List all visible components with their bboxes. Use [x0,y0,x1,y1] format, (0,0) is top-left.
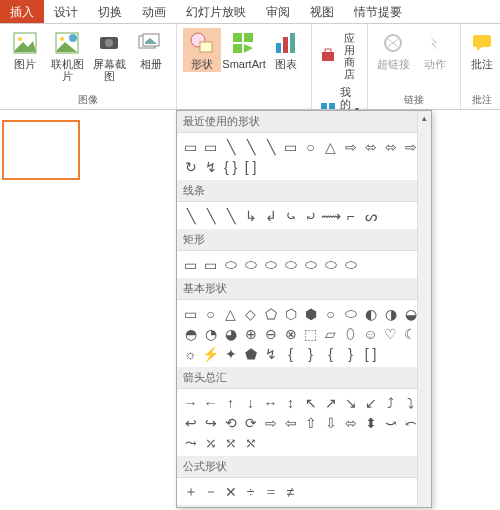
shape-option[interactable]: ⬭ [341,304,360,323]
shape-option[interactable]: ⬟ [241,344,260,363]
shape-option[interactable]: } [301,344,320,363]
shape-option[interactable]: ⤳ [181,433,200,452]
shape-option[interactable]: ⤰ [201,433,220,452]
shape-option[interactable]: ╲ [221,137,240,156]
shape-option[interactable]: ⬭ [221,255,240,274]
shape-option[interactable]: ⇨ [261,413,280,432]
shape-option[interactable]: ▭ [181,137,200,156]
shape-option[interactable]: ◇ [241,304,260,323]
shape-option[interactable]: ✦ [221,344,240,363]
shape-option[interactable]: ╲ [201,206,220,225]
shape-option[interactable]: ← [201,393,220,412]
shape-option[interactable]: ⬠ [261,304,280,323]
dropdown-scrollbar[interactable]: ▴ [417,111,431,507]
shape-option[interactable]: { } [221,157,240,176]
shape-option[interactable]: ↯ [201,157,220,176]
shape-option[interactable]: ⬡ [281,304,300,323]
shape-option[interactable]: [ ] [361,344,380,363]
shape-option[interactable]: ⬚ [301,324,320,343]
btn-screenshot[interactable]: 屏幕截图 [90,28,128,84]
shape-option[interactable]: ⇧ [301,413,320,432]
shape-option[interactable]: ⤱ [221,433,240,452]
shape-option[interactable]: ⚡ [201,344,220,363]
shape-option[interactable]: ⬄ [381,137,400,156]
shape-option[interactable]: ⟿ [321,206,340,225]
shape-option[interactable]: ◑ [381,304,400,323]
shape-option[interactable]: ↯ [261,344,280,363]
tab-view[interactable]: 视图 [300,0,344,23]
shape-option[interactable]: ▭ [201,255,220,274]
btn-online-picture[interactable]: 联机图片 [48,28,86,84]
shape-option[interactable]: ◕ [221,324,240,343]
shape-option[interactable]: ╲ [221,206,240,225]
shape-option[interactable]: ↪ [201,413,220,432]
shape-option[interactable]: ⤾ [301,206,320,225]
shape-option[interactable]: ▭ [201,137,220,156]
shape-option[interactable]: ♡ [381,324,400,343]
shape-option[interactable]: ↑ [221,393,240,412]
shape-option[interactable]: ÷ [241,482,260,501]
btn-chart[interactable]: 图表 [267,28,305,72]
shape-option[interactable]: ↕ [281,393,300,412]
shape-option[interactable]: ⬍ [361,413,380,432]
shape-option[interactable]: ⬄ [341,413,360,432]
shape-option[interactable]: ⊗ [281,324,300,343]
shape-option[interactable]: ○ [301,137,320,156]
shape-option[interactable]: ▱ [321,324,340,343]
shape-option[interactable]: ⬭ [321,255,340,274]
btn-comment[interactable]: 批注 [467,28,497,72]
shape-option[interactable]: ✕ [221,482,240,501]
shape-option[interactable]: { [321,344,340,363]
btn-store[interactable]: 应用商店 [316,28,363,82]
btn-album[interactable]: 相册 [132,28,170,84]
scroll-up-icon[interactable]: ▴ [418,111,431,125]
shape-option[interactable]: ⬭ [281,255,300,274]
tab-animation[interactable]: 动画 [132,0,176,23]
shape-option[interactable]: ⬄ [361,137,380,156]
shape-option[interactable]: ↔ [261,393,280,412]
shape-option[interactable]: ↓ [241,393,260,412]
shape-option[interactable]: ⤻ [381,413,400,432]
shape-option[interactable]: ⌐ [341,206,360,225]
shape-option[interactable]: [ ] [241,157,260,176]
shape-option[interactable]: ⬯ [341,324,360,343]
shape-option[interactable]: ⬭ [241,255,260,274]
shape-option[interactable]: ⟲ [221,413,240,432]
shape-option[interactable]: ⬢ [301,304,320,323]
shape-option[interactable]: △ [321,137,340,156]
shape-option[interactable]: ╲ [181,206,200,225]
shape-option[interactable]: ↖ [301,393,320,412]
tab-insert[interactable]: 插入 [0,0,44,23]
shape-option[interactable]: ↩ [181,413,200,432]
shape-option[interactable]: △ [221,304,240,323]
shape-option[interactable]: ⇨ [341,137,360,156]
shape-option[interactable]: ▭ [181,304,200,323]
shape-option[interactable]: ⟳ [241,413,260,432]
shape-option[interactable]: ↗ [321,393,340,412]
shape-option[interactable]: ≠ [281,482,300,501]
shape-option[interactable]: ◔ [201,324,220,343]
btn-action[interactable]: 动作 [416,28,454,72]
shape-option[interactable]: ᔕ [361,206,380,225]
shape-option[interactable]: ＝ [261,482,280,501]
shape-option[interactable]: － [201,482,220,501]
shape-option[interactable]: ⇩ [321,413,340,432]
shape-option[interactable]: ↙ [361,393,380,412]
tab-transition[interactable]: 切换 [88,0,132,23]
btn-hyperlink[interactable]: 超链接 [374,28,412,72]
tab-slideshow[interactable]: 幻灯片放映 [176,0,256,23]
shape-option[interactable]: ⬭ [301,255,320,274]
shape-option[interactable]: } [341,344,360,363]
shape-option[interactable]: { [281,344,300,363]
slide-thumbnail-selected[interactable] [2,120,80,180]
shape-option[interactable]: ＋ [181,482,200,501]
shape-option[interactable]: ╲ [241,137,260,156]
shape-option[interactable]: ⊕ [241,324,260,343]
tab-storyboard[interactable]: 情节提要 [344,0,412,23]
shape-option[interactable]: ○ [321,304,340,323]
btn-picture[interactable]: 图片 [6,28,44,84]
shape-option[interactable]: ⇦ [281,413,300,432]
shape-option[interactable]: ╲ [261,137,280,156]
shape-option[interactable]: ⤿ [281,206,300,225]
shape-option[interactable]: ↻ [181,157,200,176]
